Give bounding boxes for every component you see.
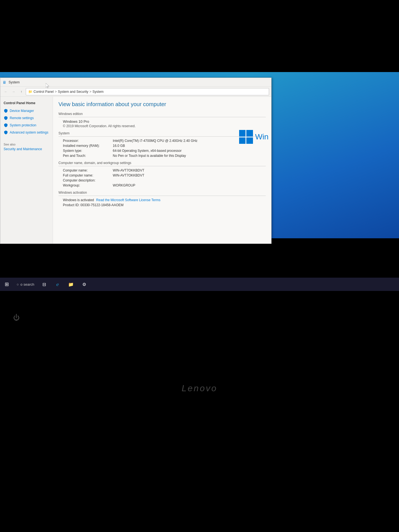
search-circle-icon: ○ bbox=[17, 282, 19, 287]
breadcrumb-sep-2: > bbox=[89, 90, 91, 94]
computer-description-row: Computer description: bbox=[58, 178, 266, 182]
computer-name-label: Computer name: bbox=[63, 168, 113, 172]
win-tile-2 bbox=[246, 130, 253, 137]
product-id-value: 00330-75122-18458-AAOEM bbox=[80, 203, 123, 207]
ram-label: Installed memory (RAM): bbox=[63, 144, 113, 148]
workgroup-row: Workgroup: WORKGROUP bbox=[58, 183, 266, 187]
activation-row: Windows is activated Read the Microsoft … bbox=[58, 198, 266, 202]
system-type-value: 64-bit Operating System, x64-based proce… bbox=[113, 149, 181, 153]
processor-value: Intel(R) Core(TM) i7-4700MQ CPU @ 2.40GH… bbox=[113, 139, 198, 143]
full-computer-name-value: WIN-AVT7OKKBDVT bbox=[113, 173, 144, 177]
breadcrumb-folder-icon: 📁 bbox=[28, 90, 32, 94]
workgroup-value: WORKGROUP bbox=[113, 183, 135, 187]
computer-name-value: WIN-AVT7OKKBDVT bbox=[113, 168, 144, 172]
sidebar-item-advanced-settings[interactable]: Advanced system settings bbox=[0, 129, 53, 136]
breadcrumb-system: System bbox=[93, 90, 104, 94]
window-body: Control Panel Home Device Manager Remote… bbox=[0, 97, 271, 244]
titlebar: 🖥 System bbox=[0, 78, 271, 87]
taskbar: ⊞ ○ o search ⊟ ℯ 📁 ⚙ bbox=[0, 278, 399, 291]
shield-icon-advanced bbox=[4, 130, 8, 135]
processor-label: Processor: bbox=[63, 139, 113, 143]
pen-touch-row: Pen and Touch: No Pen or Touch Input is … bbox=[58, 154, 266, 158]
computer-name-section-header: Computer name, domain, and workgroup set… bbox=[58, 161, 266, 166]
computer-name-row: Computer name: WIN-AVT7OKKBDVT bbox=[58, 168, 266, 172]
page-title: View basic information about your comput… bbox=[58, 101, 266, 108]
product-id-row: Product ID: 00330-75122-18458-AAOEM bbox=[58, 203, 266, 207]
security-maintenance-link[interactable]: Security and Maintenance bbox=[4, 147, 49, 151]
file-explorer-button[interactable]: 📁 bbox=[64, 278, 78, 291]
breadcrumb-system-security[interactable]: System and Security bbox=[58, 90, 88, 94]
workgroup-label: Workgroup: bbox=[63, 183, 113, 187]
settings-button[interactable]: ⚙ bbox=[78, 278, 91, 291]
breadcrumb-control-panel[interactable]: Control Panel bbox=[34, 90, 54, 94]
ram-value: 16.0 GB bbox=[113, 144, 125, 148]
dark-top-area bbox=[0, 0, 399, 72]
shield-icon-device bbox=[4, 109, 8, 113]
windows-edition-section-header: Windows edition bbox=[58, 112, 266, 117]
breadcrumb-bar: 📁 Control Panel > System and Security > … bbox=[26, 88, 269, 95]
back-button[interactable]: ← bbox=[2, 88, 9, 95]
power-icon: ⏻ bbox=[13, 314, 20, 321]
main-content: Win View basic information about your co… bbox=[53, 97, 271, 244]
system-type-row: System type: 64-bit Operating System, x6… bbox=[58, 149, 266, 153]
full-computer-name-label: Full computer name: bbox=[63, 173, 113, 177]
search-bar[interactable]: ○ o search bbox=[13, 278, 38, 291]
win-tile-4 bbox=[246, 137, 253, 144]
win-tile-1 bbox=[239, 130, 246, 137]
navbar: ← → ↑ 📁 Control Panel > System and Secur… bbox=[0, 87, 271, 97]
windows-brand-text: Win bbox=[255, 132, 268, 141]
win-tile-3 bbox=[239, 137, 246, 144]
system-section-header: System bbox=[58, 131, 266, 137]
sidebar: Control Panel Home Device Manager Remote… bbox=[0, 97, 53, 244]
full-computer-name-row: Full computer name: WIN-AVT7OKKBDVT bbox=[58, 173, 266, 177]
forward-button[interactable]: → bbox=[10, 88, 17, 95]
ram-row: Installed memory (RAM): 16.0 GB bbox=[58, 144, 266, 148]
windows-logo bbox=[239, 130, 253, 144]
window-title: System bbox=[9, 80, 20, 84]
product-id-label: Product ID: bbox=[63, 203, 80, 207]
windows-copyright: © 2019 Microsoft Corporation. All rights… bbox=[58, 124, 266, 128]
sidebar-header: Control Panel Home bbox=[0, 100, 53, 107]
task-view-button[interactable]: ⊟ bbox=[38, 278, 51, 291]
sidebar-item-system-protection[interactable]: System protection bbox=[0, 122, 53, 129]
computer-description-label: Computer description: bbox=[63, 178, 113, 182]
lenovo-logo: Lenovo bbox=[182, 383, 218, 393]
breadcrumb-sep-1: > bbox=[55, 90, 57, 94]
pen-touch-value: No Pen or Touch Input is available for t… bbox=[113, 154, 186, 158]
advanced-settings-label: Advanced system settings bbox=[10, 131, 48, 134]
window-icon: 🖥 bbox=[2, 80, 7, 85]
activation-link[interactable]: Read the Microsoft Software License Term… bbox=[96, 198, 160, 202]
up-button[interactable]: ↑ bbox=[18, 88, 25, 95]
pen-touch-label: Pen and Touch: bbox=[63, 154, 113, 158]
shield-icon-remote bbox=[4, 116, 8, 120]
remote-settings-label: Remote settings bbox=[10, 116, 34, 120]
search-placeholder-text: o search bbox=[21, 282, 34, 287]
processor-row: Processor: Intel(R) Core(TM) i7-4700MQ C… bbox=[58, 139, 266, 143]
system-window: 🖥 System ← → ↑ 📁 Control Panel > System … bbox=[0, 78, 272, 244]
shield-icon-protection bbox=[4, 123, 8, 127]
sidebar-item-remote-settings[interactable]: Remote settings bbox=[0, 114, 53, 122]
windows-edition-value: Windows 10 Pro bbox=[58, 119, 266, 124]
see-also-section: See also Security and Maintenance bbox=[0, 140, 53, 153]
windows-logo-area: Win bbox=[239, 130, 268, 144]
sidebar-item-device-manager[interactable]: Device Manager bbox=[0, 107, 53, 114]
edge-browser-button[interactable]: ℯ bbox=[51, 278, 64, 291]
system-type-label: System type: bbox=[63, 149, 113, 153]
start-button[interactable]: ⊞ bbox=[0, 278, 13, 291]
activation-status: Windows is activated bbox=[63, 198, 94, 202]
see-also-label: See also bbox=[4, 143, 49, 146]
windows-activation-section-header: Windows activation bbox=[58, 191, 266, 196]
device-manager-label: Device Manager bbox=[10, 109, 34, 113]
system-protection-label: System protection bbox=[10, 123, 36, 127]
